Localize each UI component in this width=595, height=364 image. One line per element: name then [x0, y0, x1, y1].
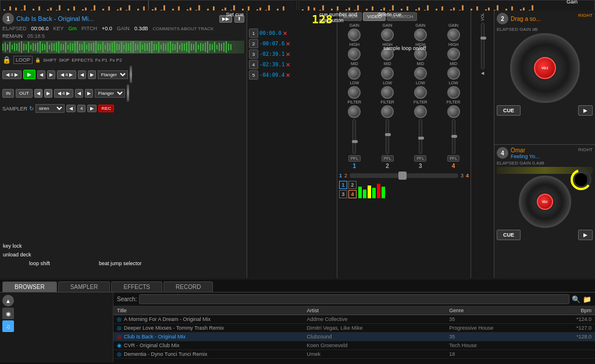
sampler-vol-fader[interactable]: [481, 23, 484, 69]
ch2-gain-knob[interactable]: [381, 28, 394, 41]
ch2-fader[interactable]: [386, 119, 389, 154]
beat-jump-btn[interactable]: ◀ 4 ▶: [54, 89, 73, 98]
sampler-slot-btn[interactable]: 4: [77, 105, 85, 112]
cue-point-row-3: 3 -02:39.1 ✕: [249, 49, 335, 59]
ch3-low-knob[interactable]: [414, 86, 427, 99]
ch1-fader[interactable]: [352, 119, 356, 154]
ch1-mid-knob[interactable]: [348, 67, 361, 80]
svg-rect-248: [154, 44, 155, 51]
mixer-tab-scratch[interactable]: SCRATCH: [387, 12, 417, 21]
ch4-filter-knob[interactable]: [447, 105, 460, 118]
loop-in-btn[interactable]: ◀: [34, 89, 42, 98]
ch2-pfl-btn[interactable]: PFL: [382, 155, 394, 162]
ch3-gain-knob[interactable]: [414, 28, 427, 41]
ch2-mid-knob[interactable]: [381, 67, 394, 80]
forward-button-1[interactable]: ▶: [47, 70, 55, 79]
ch1-low-knob[interactable]: [348, 86, 361, 99]
cue-num-btn-3[interactable]: 3: [249, 49, 258, 59]
cue-delete-2[interactable]: ✕: [286, 41, 290, 47]
search-input[interactable]: [139, 294, 569, 304]
ch1-filter-knob[interactable]: [348, 105, 361, 118]
svg-rect-246: [149, 42, 150, 52]
effect1-knob[interactable]: [130, 66, 132, 83]
cue-num-btn-4[interactable]: 4: [249, 60, 258, 69]
sampler-prev-btn[interactable]: ◀: [66, 105, 76, 112]
smart-play-button[interactable]: ▶▶: [219, 15, 232, 23]
search-icon[interactable]: 🔍: [572, 295, 580, 304]
sidebar-icon-1[interactable]: ▲: [2, 295, 14, 306]
cue-delete-5[interactable]: ✕: [286, 72, 290, 78]
ch2-high-knob[interactable]: [381, 48, 394, 60]
ch1-high-knob[interactable]: [348, 48, 361, 60]
cue-button-4[interactable]: CUE: [497, 230, 521, 240]
ch3-mid-knob[interactable]: [414, 67, 427, 80]
cue-button-2[interactable]: CUE: [497, 105, 521, 116]
sampler-select-1[interactable]: siren: [35, 104, 65, 113]
in-button[interactable]: IN: [2, 89, 14, 98]
ch3-high-knob[interactable]: [414, 48, 427, 60]
track-row-2[interactable]: ◎Club Is Back - Original Mix Clubzound 3…: [113, 333, 595, 341]
cue-delete-4[interactable]: ✕: [286, 62, 290, 68]
loop-out-btn[interactable]: ▶: [44, 89, 52, 98]
cue-delete-3[interactable]: ✕: [286, 51, 290, 58]
browser-tab-record[interactable]: RECORD: [163, 281, 213, 292]
ch4-high-knob[interactable]: [447, 48, 460, 60]
track-title-1: ◎Deeper Love Mixses - Tommy Trash Remix: [117, 325, 307, 331]
mixer-channel-4: GAIN HIGH MID LOW FILTER PFL 4: [438, 23, 469, 169]
browser-tab-browser[interactable]: BROWSER: [2, 281, 57, 292]
loop-value-btn[interactable]: ◀ 4 ▶: [2, 70, 22, 79]
browser-tab-effects[interactable]: EFFECTS: [111, 281, 162, 292]
track-row-1[interactable]: ◎Deeper Love Mixses - Tommy Trash Remix …: [113, 324, 595, 333]
ch2-low-knob[interactable]: [381, 86, 394, 99]
ch4-fader[interactable]: [452, 119, 455, 154]
cue-num-btn-5[interactable]: 5: [249, 70, 258, 80]
mixer-tab-mixer[interactable]: MIXER: [339, 12, 362, 21]
skip-back-btn[interactable]: ◀: [78, 70, 86, 79]
ch3-filter-knob[interactable]: [414, 105, 427, 118]
ch1-gain-knob[interactable]: [348, 28, 361, 41]
sampler-next-btn[interactable]: ▶: [87, 105, 97, 112]
sidebar-icon-2[interactable]: ◉: [2, 308, 14, 319]
mini-waveform-1[interactable]: [2, 41, 244, 53]
svg-rect-274: [214, 42, 215, 52]
cue-num-btn-2[interactable]: 2: [249, 39, 258, 48]
svg-rect-231: [114, 41, 115, 53]
track-row-4[interactable]: ◎Dementia - Dyno Tunci Tunci Remix Umek …: [113, 350, 595, 359]
browser-tab-sampler[interactable]: SAMPLER: [58, 281, 111, 292]
sampler-rec-btn[interactable]: REC: [98, 105, 114, 112]
bj-fwd-btn[interactable]: ▶: [85, 89, 93, 98]
ch1-pfl-btn[interactable]: PFL: [348, 155, 361, 162]
ch3-fader[interactable]: [419, 119, 422, 154]
mixer-tab-video[interactable]: VIDEO: [363, 12, 386, 21]
ch4-mid-knob[interactable]: [447, 67, 460, 80]
play-button-2[interactable]: ▶: [578, 105, 593, 116]
key-lock-icon[interactable]: 🔒: [2, 56, 11, 64]
play-button-4[interactable]: ▶: [578, 230, 593, 240]
cue-num-btn-1[interactable]: 1: [249, 28, 258, 38]
ch2-filter-knob[interactable]: [381, 105, 394, 118]
svg-rect-189: [16, 44, 17, 51]
turntable-4[interactable]: VDJ: [519, 176, 571, 228]
skip-fwd-btn[interactable]: ▶: [88, 70, 96, 79]
effect2-knob[interactable]: [127, 84, 129, 102]
back-button-1[interactable]: ◀: [37, 70, 45, 79]
skip-value-btn[interactable]: ◀ 4 ▶: [57, 70, 76, 79]
track-row-0[interactable]: ◎A Morning For A Dream - Original Mix Ad…: [113, 315, 595, 324]
track-row-3[interactable]: ◉CVR - Original Club Mix Koen Groeneveld…: [113, 341, 595, 350]
folder-icon[interactable]: 📁: [583, 295, 592, 304]
beat-drop-button[interactable]: ⬆: [234, 15, 244, 23]
ch3-pfl-btn[interactable]: PFL: [414, 155, 426, 162]
bj-back-btn[interactable]: ◀: [75, 89, 83, 98]
effect2-select[interactable]: Flanger: [95, 89, 125, 98]
cue-delete-1[interactable]: ✕: [283, 30, 287, 37]
ch4-pfl-btn[interactable]: PFL: [447, 155, 459, 162]
play-button-1[interactable]: ▶: [23, 70, 35, 79]
sidebar-active-icon[interactable]: ♫: [2, 320, 14, 332]
ch4-gain-knob[interactable]: [447, 28, 460, 41]
ch4-low-knob[interactable]: [447, 86, 460, 99]
out-button[interactable]: OUT: [16, 89, 33, 98]
sampler-cycle-icon[interactable]: ↻: [29, 105, 34, 112]
crossfader-track[interactable]: [350, 173, 458, 178]
effect1-select[interactable]: Flanger: [98, 70, 128, 79]
turntable-2[interactable]: VDJ: [510, 33, 580, 103]
